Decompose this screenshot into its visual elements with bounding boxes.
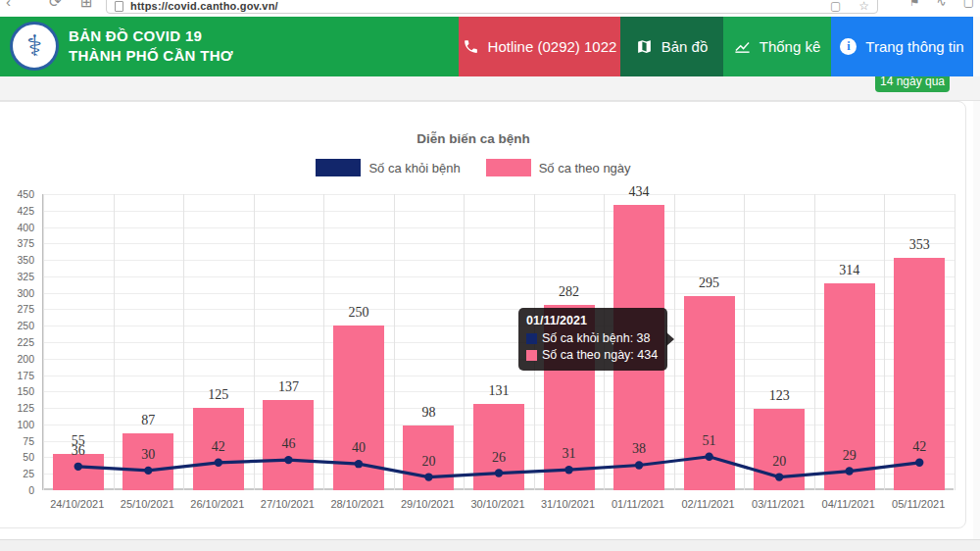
x-axis: 24/10/202125/10/202126/10/202127/10/2021… [42,498,954,514]
extension-icon[interactable]: ⚑ [909,0,920,9]
y-tick-label: 300 [1,287,34,299]
tooltip-caret [666,332,674,346]
sub-bar [0,76,980,101]
line-point[interactable] [215,459,222,467]
url-text[interactable]: https://covid.cantho.gov.vn/ [130,0,278,12]
y-tick-label: 250 [1,320,34,331]
map-tab[interactable]: Bản đồ [620,17,723,76]
y-tick-label: 0 [1,484,34,496]
legend-item[interactable]: Số ca khỏi bệnh [316,159,460,176]
bookmark-star-icon[interactable]: ☆ [858,0,869,13]
chart-legend: Số ca khỏi bệnhSố ca theo ngày [0,159,954,176]
back-icon[interactable]: ‹ [6,0,11,10]
x-tick-label: 01/11/2021 [603,498,673,510]
line-point[interactable] [144,467,152,475]
legend-label: Số ca khỏi bệnh [368,161,460,175]
tooltip-title: 01/11/2021 [526,314,658,327]
stats-tab-label: Thống kê [760,38,821,55]
x-tick-label: 31/10/2021 [533,498,604,510]
page-icon [115,1,123,12]
x-tick-label: 04/11/2021 [813,498,884,510]
trend-line-layer [43,194,955,490]
info-icon: i [840,38,857,55]
y-tick-label: 425 [1,205,34,217]
line-point[interactable] [495,469,503,476]
refresh-icon[interactable]: ⟳ [49,0,62,11]
line-point[interactable] [705,453,712,461]
line-point[interactable] [74,463,82,471]
y-tick-label: 75 [1,435,34,447]
legend-label: Số ca theo ngày [539,161,631,175]
y-tick-label: 100 [1,419,34,430]
y-axis: 0255075100125150175200225250275300325350… [1,194,38,490]
line-point[interactable] [635,461,643,469]
y-tick-label: 200 [1,353,34,365]
line-point[interactable] [284,456,292,464]
phone-icon [463,38,479,55]
site-title: BẢN ĐỒ COVID 19 THÀNH PHỐ CẦN THƠ [69,26,233,66]
y-tick-label: 275 [1,303,34,315]
map-tab-label: Bản đồ [662,38,709,55]
hotline-button[interactable]: Hotline (0292) 1022 [459,17,620,76]
info-tab[interactable]: i Trang thông tin [831,17,973,76]
stats-tab[interactable]: Thống kê [723,17,831,76]
line-point[interactable] [775,473,783,480]
y-tick-label: 225 [1,336,34,348]
y-tick-label: 50 [1,451,34,463]
extension-icon[interactable]: ▢ [963,0,974,9]
map-icon [636,38,653,55]
legend-item[interactable]: Số ca theo ngày [486,159,631,176]
main-nav: Hotline (0292) 1022 Bản đồ Thống kê i Tr… [459,17,973,76]
tooltip-swatch-recovered [526,333,537,344]
x-tick-label: 28/10/2021 [322,498,393,510]
legend-swatch [316,159,361,176]
x-tick-label: 02/11/2021 [673,498,744,510]
apps-icon[interactable]: ⊞ [80,0,93,11]
line-point[interactable] [355,460,363,468]
tooltip-swatch-daily [526,350,537,361]
gridline-v [955,194,956,490]
hotline-label: Hotline (0292) 1022 [488,38,617,55]
y-tick-label: 125 [1,402,34,414]
info-tab-label: Trang thông tin [865,38,963,55]
site-title-line1: BẢN ĐỒ COVID 19 [69,26,233,46]
line-point[interactable] [845,467,853,475]
chart-tooltip: 01/11/2021 Số ca khỏi bệnh: 38 Số ca the… [518,308,667,371]
x-tick-label: 25/10/2021 [113,498,183,510]
health-logo[interactable]: ⚕ [10,22,59,71]
y-tick-label: 450 [1,188,34,200]
y-tick-label: 325 [1,271,34,282]
line-point[interactable] [564,466,572,474]
y-tick-label: 350 [1,254,34,266]
x-tick-label: 27/10/2021 [253,498,323,510]
y-tick-label: 150 [1,385,34,397]
chart-line-icon [734,38,751,55]
y-tick-label: 25 [1,468,34,479]
site-header: ⚕ BẢN ĐỒ COVID 19 THÀNH PHỐ CẦN THƠ Hotl… [0,17,973,76]
y-tick-label: 175 [1,370,34,381]
tooltip-row: Số ca khỏi bệnh: 38 [526,330,658,347]
legend-swatch [486,159,531,176]
site-title-line2: THÀNH PHỐ CẦN THƠ [69,46,233,66]
bottom-band [0,539,980,551]
line-point[interactable] [424,473,432,480]
x-tick-label: 24/10/2021 [42,498,113,510]
extension-icon[interactable]: ∿ [937,0,947,9]
tooltip-row-text: Số ca khỏi bệnh: 38 [542,330,651,347]
y-tick-label: 400 [1,222,34,233]
x-tick-label: 30/10/2021 [463,498,533,510]
x-tick-label: 29/10/2021 [393,498,464,510]
x-tick-label: 05/11/2021 [883,498,954,510]
keyboard-icon[interactable]: ▢ [830,0,841,13]
tooltip-row-text: Số ca theo ngày: 434 [542,347,658,364]
plot-area[interactable]: 5536873012542137462504098201312628231434… [42,194,954,490]
y-tick-label: 375 [1,237,34,249]
browser-bar: ‹ ⟳ ⊞ https://covid.cantho.gov.vn/ ▢ ☆ ⚑… [0,0,980,17]
chart-title: Diễn biến ca bệnh [0,131,954,146]
chart-card: Diễn biến ca bệnh Số ca khỏi bệnhSố ca t… [0,101,966,528]
x-tick-label: 26/10/2021 [182,498,253,510]
caduceus-icon: ⚕ [26,31,42,61]
line-point[interactable] [915,459,923,467]
tooltip-row: Số ca theo ngày: 434 [526,347,658,364]
address-bar[interactable]: https://covid.cantho.gov.vn/ ▢ ☆ [106,0,878,14]
